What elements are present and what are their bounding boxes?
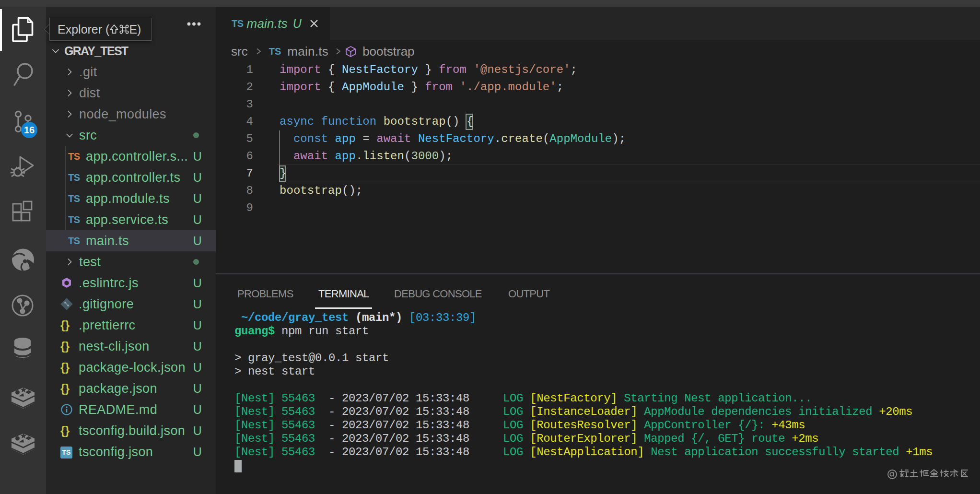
svg-text:16: 16	[24, 125, 35, 135]
